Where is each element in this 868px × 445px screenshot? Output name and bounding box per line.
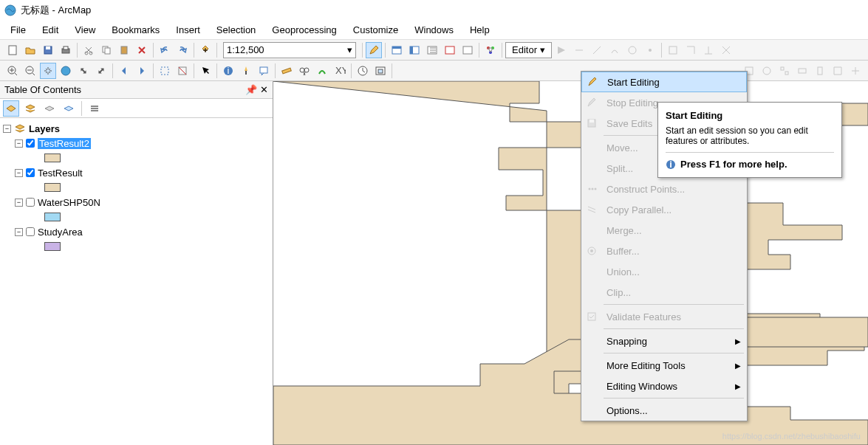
menu-item-label: Merge... (606, 225, 642, 236)
edit-tool-6 (642, 42, 658, 58)
search-button[interactable] (442, 42, 458, 58)
model-builder-button[interactable] (482, 42, 499, 58)
layer-name[interactable]: TestResult (38, 168, 83, 179)
editor-dropdown-button[interactable]: Editor ▾ (505, 42, 552, 58)
full-extent-button[interactable] (58, 63, 74, 79)
menu-view[interactable]: View (75, 24, 95, 35)
open-button[interactable] (22, 42, 38, 58)
tree-root[interactable]: − Layers (3, 121, 270, 136)
svg-text:i: i (669, 159, 672, 170)
options-button[interactable] (86, 100, 103, 117)
menu-windows[interactable]: Windows (414, 24, 454, 35)
collapse-icon[interactable]: − (15, 139, 23, 148)
catalog-button[interactable] (424, 42, 440, 58)
pin-icon[interactable]: 📌 (245, 84, 257, 95)
collapse-icon[interactable]: − (15, 228, 23, 236)
menu-item-options[interactable]: Options... (581, 400, 747, 421)
collapse-icon[interactable]: − (15, 169, 23, 177)
delete-button[interactable] (134, 42, 150, 58)
collapse-icon[interactable]: − (3, 125, 11, 133)
toolbar-standard: 1:12,500 ▾ Editor ▾ (0, 40, 868, 61)
back-button[interactable] (116, 63, 132, 79)
menu-selection[interactable]: Selection (216, 24, 256, 35)
list-by-selection-button[interactable] (61, 100, 77, 117)
layer-item[interactable]: − WaterSHP50N (3, 195, 270, 210)
swatch-icon (44, 183, 61, 192)
window-title: 无标题 - ArcMap (21, 4, 91, 17)
hyperlink-button[interactable] (238, 63, 254, 79)
find-button[interactable] (296, 63, 312, 79)
menu-help[interactable]: Help (470, 24, 490, 35)
fixed-zoom-in[interactable] (75, 63, 92, 79)
select-features-button[interactable] (157, 63, 173, 79)
find-route-button[interactable] (314, 63, 330, 79)
html-popup-button[interactable] (256, 63, 272, 79)
svg-point-21 (629, 46, 636, 54)
layer-checkbox[interactable] (26, 198, 35, 207)
python-button[interactable] (459, 42, 476, 58)
layer-item[interactable]: − StudyArea (3, 224, 270, 239)
time-slider-button[interactable] (355, 63, 371, 79)
menu-geoprocessing[interactable]: Geoprocessing (272, 24, 336, 35)
zoom-out-button[interactable] (22, 63, 38, 79)
list-by-visibility-button[interactable] (41, 100, 58, 117)
menu-insert[interactable]: Insert (176, 24, 200, 35)
layer-checkbox[interactable] (26, 139, 35, 148)
close-icon[interactable]: ✕ (260, 84, 268, 95)
layer-checkbox[interactable] (26, 227, 35, 236)
buffer-icon (584, 246, 599, 256)
list-by-source-button[interactable] (22, 100, 38, 117)
svg-rect-45 (818, 67, 822, 75)
menu-item-more-editing-tools[interactable]: More Editing Tools▶ (581, 355, 747, 376)
zoom-in-button[interactable] (4, 63, 21, 79)
clear-selection-button[interactable] (174, 63, 191, 79)
list-by-drawing-order-button[interactable] (3, 100, 19, 117)
layer-name[interactable]: WaterSHP50N (38, 197, 100, 208)
menu-customize[interactable]: Customize (353, 24, 398, 35)
pan-button[interactable] (40, 63, 56, 79)
menu-edit[interactable]: Edit (42, 24, 58, 35)
measure-button[interactable] (278, 63, 295, 79)
menu-item-start-editing[interactable]: Start Editing (581, 72, 747, 92)
scale-input[interactable]: 1:12,500 ▾ (223, 42, 356, 58)
save-button[interactable] (40, 42, 56, 58)
menu-file[interactable]: File (10, 24, 26, 35)
forward-button[interactable] (134, 63, 150, 79)
menu-item-label: Editing Windows (606, 381, 677, 392)
copy-button[interactable] (98, 42, 115, 58)
menu-item-editing-windows[interactable]: Editing Windows▶ (581, 376, 747, 396)
layer-name[interactable]: StudyArea (38, 227, 83, 238)
menu-item-label: Save Edits (606, 118, 652, 129)
layer-item[interactable]: − TestResult (3, 165, 270, 180)
undo-button[interactable] (157, 42, 173, 58)
window-button-2[interactable] (406, 42, 423, 58)
layer-name[interactable]: TestResult2 (38, 138, 91, 149)
menu-item-validate-features: Validate Features (581, 306, 747, 327)
window-button-1[interactable] (389, 42, 405, 58)
identify-button[interactable]: i (220, 63, 236, 79)
new-button[interactable] (4, 42, 21, 58)
fixed-zoom-out[interactable] (93, 63, 109, 79)
layer-item[interactable]: − TestResult2 (3, 136, 270, 151)
swatch-icon (44, 153, 61, 162)
svg-point-41 (763, 67, 770, 75)
layer-checkbox[interactable] (26, 168, 35, 177)
root-label: Layers (29, 123, 60, 134)
svg-text:i: i (228, 65, 230, 76)
print-button[interactable] (58, 42, 74, 58)
add-data-button[interactable] (197, 42, 213, 58)
topology-tool-7 (847, 63, 864, 79)
menu-bookmarks[interactable]: Bookmarks (112, 24, 160, 35)
viewer-window-button[interactable] (372, 63, 389, 79)
menu-item-snapping[interactable]: Snapping▶ (581, 331, 747, 351)
cut-button[interactable] (81, 42, 97, 58)
collapse-icon[interactable]: − (15, 199, 23, 207)
layer-swatch-row (3, 239, 270, 254)
toc-header: Table Of Contents 📌 ✕ (0, 81, 273, 99)
goto-xy-button[interactable]: XY (332, 63, 348, 79)
paste-button[interactable] (116, 42, 132, 58)
redo-button[interactable] (174, 42, 191, 58)
editor-toolbar-button[interactable] (366, 42, 382, 58)
select-elements-button[interactable] (197, 63, 213, 79)
svg-point-34 (300, 68, 304, 72)
